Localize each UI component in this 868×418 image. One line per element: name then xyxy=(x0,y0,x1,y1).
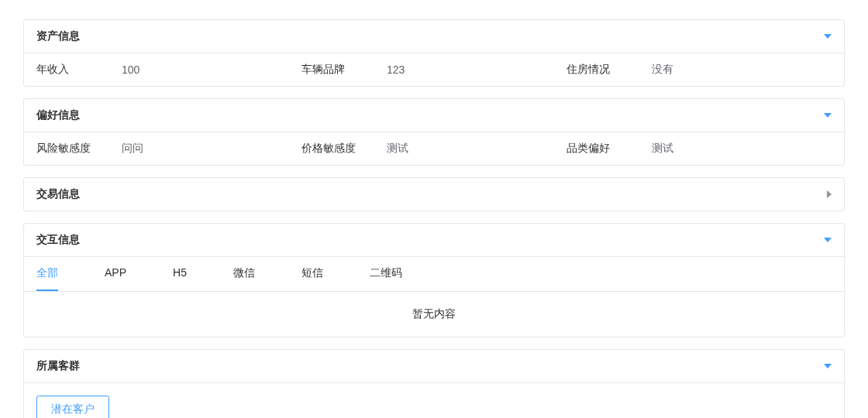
field-price: 价格敏感度 测试 xyxy=(301,142,567,156)
interaction-empty: 暂无内容 xyxy=(24,292,844,337)
caret-down-icon xyxy=(824,364,832,368)
preference-header[interactable]: 偏好信息 xyxy=(24,99,844,132)
asset-info-title: 资产信息 xyxy=(36,29,80,43)
tab-wechat[interactable]: 微信 xyxy=(233,257,255,291)
caret-down-icon xyxy=(824,113,832,118)
preference-title: 偏好信息 xyxy=(36,108,80,122)
field-label: 风险敏感度 xyxy=(36,142,122,156)
field-income: 年收入 100 xyxy=(36,63,301,77)
interaction-panel: 交互信息 全部 APP H5 微信 短信 二维码 暂无内容 xyxy=(23,223,845,337)
interaction-title: 交互信息 xyxy=(36,233,80,247)
field-value: 123 xyxy=(387,63,405,76)
field-value: 测试 xyxy=(387,142,408,156)
tab-all[interactable]: 全部 xyxy=(36,257,58,291)
field-value: 问问 xyxy=(122,142,143,156)
field-value: 100 xyxy=(122,63,140,76)
preference-panel: 偏好信息 风险敏感度 问问 价格敏感度 测试 品类偏好 测试 xyxy=(23,98,845,166)
field-label: 车辆品牌 xyxy=(301,63,387,77)
transaction-header[interactable]: 交易信息 xyxy=(24,178,844,211)
asset-info-panel: 资产信息 年收入 100 车辆品牌 123 住房情况 没有 xyxy=(23,19,845,87)
group-title: 所属客群 xyxy=(36,359,80,373)
tab-qrcode[interactable]: 二维码 xyxy=(370,257,402,291)
field-label: 年收入 xyxy=(36,63,122,77)
transaction-panel: 交易信息 xyxy=(23,177,845,211)
field-value: 测试 xyxy=(652,142,673,156)
group-header[interactable]: 所属客群 xyxy=(24,350,844,383)
field-housing: 住房情况 没有 xyxy=(567,63,832,77)
group-tag-row: 潜在客户 xyxy=(24,383,844,418)
asset-info-header[interactable]: 资产信息 xyxy=(24,20,844,53)
tab-sms[interactable]: 短信 xyxy=(301,257,323,291)
preference-row: 风险敏感度 问问 价格敏感度 测试 品类偏好 测试 xyxy=(24,132,844,165)
group-panel: 所属客群 潜在客户 xyxy=(23,349,845,418)
field-label: 品类偏好 xyxy=(567,142,652,156)
caret-down-icon xyxy=(824,238,832,242)
field-category: 品类偏好 测试 xyxy=(567,142,832,156)
asset-info-row: 年收入 100 车辆品牌 123 住房情况 没有 xyxy=(24,53,844,86)
tab-h5[interactable]: H5 xyxy=(173,257,187,291)
caret-right-icon xyxy=(827,190,832,198)
field-label: 住房情况 xyxy=(567,63,652,77)
interaction-header[interactable]: 交互信息 xyxy=(24,224,844,257)
tab-app[interactable]: APP xyxy=(105,257,126,291)
caret-down-icon xyxy=(824,34,832,39)
field-risk: 风险敏感度 问问 xyxy=(36,142,301,156)
transaction-title: 交易信息 xyxy=(36,187,80,201)
field-label: 价格敏感度 xyxy=(301,142,387,156)
field-value: 没有 xyxy=(652,63,673,77)
field-vehicle: 车辆品牌 123 xyxy=(301,63,567,77)
interaction-tabs: 全部 APP H5 微信 短信 二维码 xyxy=(24,257,844,292)
group-tag-potential[interactable]: 潜在客户 xyxy=(36,396,109,418)
